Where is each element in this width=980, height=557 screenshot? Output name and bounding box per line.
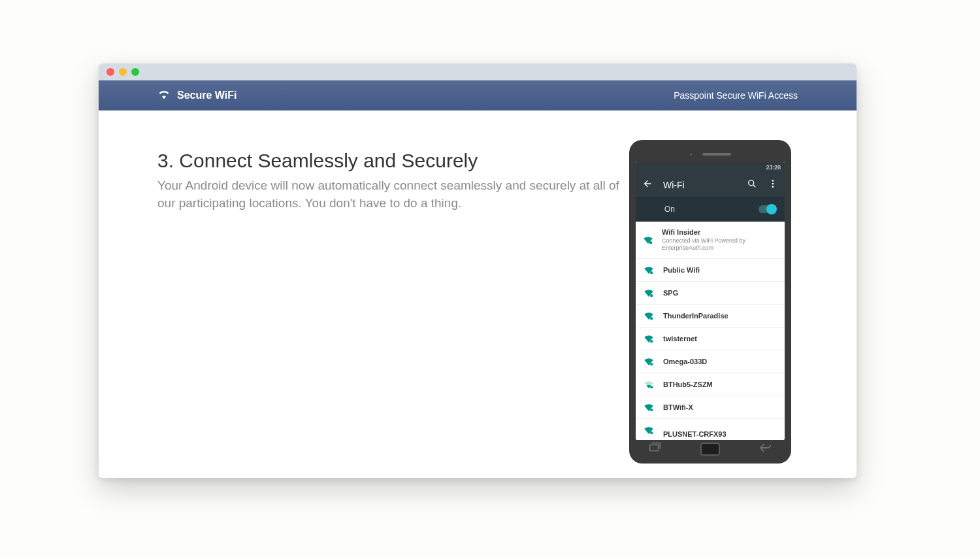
wifi-signal-icon [642, 287, 655, 299]
wifi-network-item[interactable]: BTHub5-ZSZM [636, 373, 785, 396]
phone-screen: 23:28 Wi-Fi On Wifi Inside [636, 162, 785, 440]
phone-camera-icon [689, 152, 693, 156]
wifi-toggle-label: On [664, 205, 675, 214]
wifi-network-item[interactable]: Wifi InsiderConnected via WiFi Powered b… [636, 222, 785, 259]
step-description: Your Android device will now automatical… [157, 177, 621, 212]
svg-rect-15 [650, 445, 659, 450]
wifi-network-item[interactable]: BTWifi-X [636, 396, 785, 419]
maximize-window-button[interactable] [131, 68, 139, 76]
browser-window: Secure WiFi Passpoint Secure WiFi Access… [99, 63, 857, 478]
minimize-window-button[interactable] [119, 68, 127, 76]
svg-rect-9 [650, 317, 653, 320]
svg-rect-7 [650, 271, 653, 274]
svg-point-5 [772, 186, 774, 188]
phone-mockup: 23:28 Wi-Fi On Wifi Inside [629, 140, 791, 464]
wifi-settings-header: Wi-Fi [636, 173, 785, 197]
wifi-signal-icon [642, 379, 655, 390]
home-button[interactable] [700, 443, 720, 456]
search-icon[interactable] [747, 178, 757, 191]
svg-rect-13 [650, 409, 653, 411]
svg-rect-11 [650, 363, 653, 365]
svg-point-4 [772, 183, 774, 185]
wifi-network-name: Public Wifi [663, 266, 700, 274]
svg-point-3 [772, 180, 774, 182]
wifi-signal-icon [642, 234, 654, 246]
site-tagline: Passpoint Secure WiFi Access [674, 90, 798, 101]
site-topbar: Secure WiFi Passpoint Secure WiFi Access [99, 80, 857, 110]
back-icon[interactable] [642, 178, 653, 191]
phone-nav-bar [636, 439, 785, 459]
wifi-network-item[interactable]: PLUSNET-CRFX93 [636, 419, 785, 437]
android-status-bar: 23:28 [636, 162, 785, 173]
wifi-network-name: Omega-033D [663, 358, 707, 365]
svg-rect-14 [650, 431, 653, 434]
wifi-signal-icon [642, 264, 655, 276]
wifi-network-name: Wifi Insider [662, 228, 778, 236]
phone-speaker-icon [702, 153, 731, 156]
wifi-network-subtitle: Connected via WiFi Powered by Enterprise… [662, 237, 778, 252]
wifi-network-name: BTWifi-X [663, 403, 693, 411]
wifi-network-name: BTHub5-ZSZM [663, 380, 713, 388]
wifi-network-item[interactable]: Omega-033D [636, 350, 785, 373]
site-brand-label: Secure WiFi [177, 90, 237, 101]
svg-rect-8 [650, 294, 653, 297]
wifi-signal-icon [642, 356, 655, 367]
menu-more-icon[interactable] [768, 178, 778, 191]
clock-label: 23:28 [766, 164, 781, 171]
svg-rect-12 [650, 386, 653, 388]
step-heading: 3. Connect Seamlessly and Securely [157, 150, 621, 172]
wifi-signal-icon [642, 310, 655, 322]
svg-rect-6 [649, 241, 652, 244]
wifi-network-name: twisternet [663, 335, 697, 343]
svg-point-2 [749, 180, 754, 186]
wifi-signal-icon [642, 333, 655, 345]
wifi-settings-title: Wi-Fi [663, 180, 685, 190]
site-brand: Secure WiFi [157, 88, 237, 103]
wifi-network-list: Wifi InsiderConnected via WiFi Powered b… [636, 222, 785, 437]
recent-apps-icon[interactable] [647, 441, 662, 458]
wifi-network-item[interactable]: ThunderInParadise [636, 305, 785, 328]
wifi-signal-icon [642, 401, 655, 413]
wifi-toggle-switch[interactable] [759, 205, 776, 213]
wifi-toggle-row[interactable]: On [636, 197, 785, 222]
wifi-network-item[interactable]: Public Wifi [636, 259, 785, 282]
wifi-icon [157, 88, 171, 103]
svg-rect-10 [650, 340, 653, 343]
close-window-button[interactable] [106, 68, 114, 76]
wifi-network-name: SPG [663, 289, 678, 297]
wifi-network-name: PLUSNET-CRFX93 [663, 430, 727, 438]
back-hw-icon[interactable] [759, 441, 773, 458]
window-titlebar [99, 63, 857, 80]
wifi-network-item[interactable]: SPG [636, 282, 785, 305]
wifi-network-item[interactable]: twisternet [636, 328, 785, 350]
wifi-signal-icon [642, 424, 655, 436]
wifi-network-name: ThunderInParadise [663, 312, 728, 320]
